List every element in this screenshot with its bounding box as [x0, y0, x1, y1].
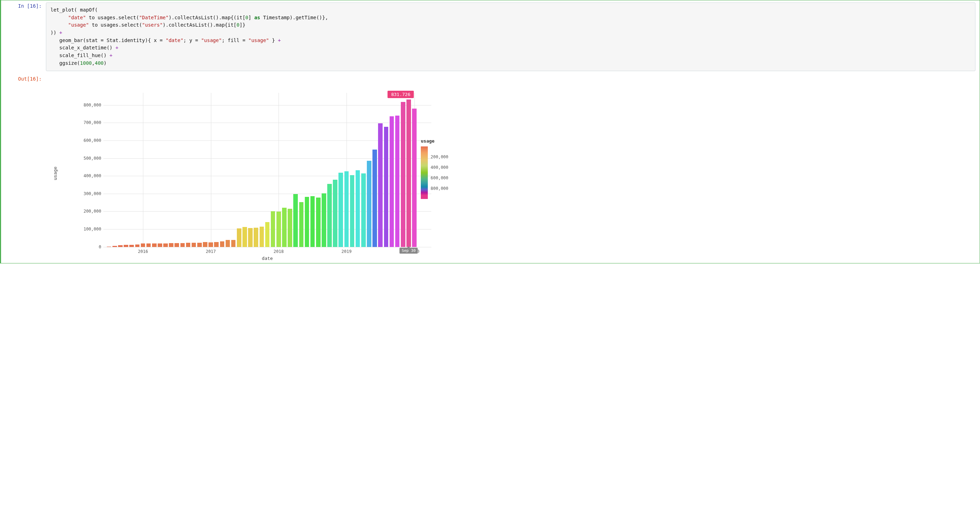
bar[interactable] [242, 227, 247, 247]
legend-tick: 800,000 [431, 186, 449, 191]
bar[interactable] [344, 171, 349, 247]
bar[interactable] [113, 246, 117, 247]
notebook-cell: In [16]: let_plot( mapOf( "date" to usag… [0, 0, 980, 263]
y-tick-label: 100,000 [83, 227, 103, 232]
x-tick-label: 2019 [341, 247, 352, 254]
legend-tick: 400,000 [431, 165, 449, 170]
y-tick-label: 400,000 [83, 173, 103, 178]
bar[interactable] [135, 245, 140, 247]
bar[interactable] [327, 184, 332, 247]
y-tick-label: 600,000 [83, 138, 103, 143]
bar[interactable] [158, 244, 162, 247]
bar[interactable] [356, 170, 360, 247]
x-axis-label: date [262, 256, 273, 261]
bar[interactable] [152, 244, 157, 247]
date-tooltip: Sep 30 [400, 248, 418, 254]
input-row: In [16]: let_plot( mapOf( "date" to usag… [3, 0, 980, 73]
bar[interactable] [288, 209, 292, 247]
bar[interactable] [361, 173, 366, 247]
bar[interactable] [208, 242, 213, 247]
bar[interactable] [231, 240, 236, 247]
bar[interactable] [186, 243, 191, 247]
bar[interactable] [282, 208, 286, 247]
gridline [103, 105, 431, 105]
bar[interactable] [197, 243, 202, 247]
bar[interactable] [203, 242, 207, 247]
bar[interactable] [248, 228, 253, 247]
y-tick-label: 300,000 [83, 191, 103, 196]
legend-title: usage [421, 138, 470, 143]
bar[interactable] [220, 241, 224, 247]
y-axis-label: usage [52, 166, 58, 180]
bar[interactable] [146, 244, 151, 247]
bar[interactable] [384, 127, 388, 247]
output-row: Out[16]: usage 0100,000200,000300,000400… [3, 73, 980, 263]
bar[interactable] [141, 244, 145, 247]
bar[interactable] [401, 102, 406, 247]
bar[interactable] [333, 180, 337, 247]
y-tick-label: 800,000 [83, 103, 103, 108]
bar[interactable] [299, 202, 304, 247]
value-tooltip: 831.726 [388, 91, 414, 98]
chart[interactable]: usage 0100,000200,000300,000400,000500,0… [53, 86, 438, 261]
bar[interactable] [192, 243, 196, 247]
plot-area: 0100,000200,000300,000400,000500,000600,… [91, 93, 442, 247]
bar[interactable] [169, 243, 173, 247]
gridline [103, 247, 431, 247]
legend-tick: 200,000 [431, 154, 449, 159]
bar[interactable] [372, 150, 377, 247]
bar[interactable] [118, 245, 123, 247]
bar[interactable] [293, 194, 298, 247]
bar[interactable] [129, 245, 134, 247]
bar[interactable] [321, 193, 326, 247]
bar[interactable] [180, 243, 185, 247]
y-tick-label: 200,000 [83, 209, 103, 214]
y-tick-label: 500,000 [83, 156, 103, 161]
bar[interactable] [163, 244, 168, 247]
vgridline [143, 93, 143, 247]
bar[interactable] [254, 228, 258, 247]
legend: usage 200,000400,000600,000800,000 [421, 138, 470, 199]
bar[interactable] [412, 108, 417, 247]
bar[interactable] [390, 116, 394, 247]
output-area: usage 0100,000200,000300,000400,000500,0… [46, 75, 975, 261]
bar[interactable] [107, 247, 111, 247]
bar[interactable] [350, 175, 355, 247]
bar[interactable] [175, 243, 179, 247]
x-tick-label: 2018 [274, 247, 284, 254]
bar[interactable] [339, 173, 343, 247]
y-tick-label: 0 [99, 245, 103, 250]
bar[interactable] [406, 99, 411, 247]
bar[interactable] [277, 212, 281, 247]
bar[interactable] [271, 211, 275, 247]
bar[interactable] [367, 161, 371, 247]
bar[interactable] [378, 123, 383, 247]
bar[interactable] [259, 227, 264, 247]
bar[interactable] [124, 245, 128, 247]
bar[interactable] [214, 242, 219, 247]
bar[interactable] [265, 222, 270, 247]
vgridline [211, 93, 211, 247]
in-prompt: In [16]: [7, 2, 46, 10]
bar[interactable] [395, 116, 400, 247]
plot-inner: 0100,000200,000300,000400,000500,000600,… [103, 93, 431, 247]
bar[interactable] [316, 197, 321, 247]
out-prompt: Out[16]: [7, 75, 46, 83]
y-tick-label: 700,000 [83, 120, 103, 125]
x-tick-label: 2017 [206, 247, 216, 254]
x-tick-label: 2016 [138, 247, 148, 254]
code-input[interactable]: let_plot( mapOf( "date" to usages.select… [46, 2, 975, 71]
bar[interactable] [305, 197, 309, 247]
bar[interactable] [237, 228, 242, 247]
legend-tick: 600,000 [431, 175, 449, 180]
legend-colorbar [421, 146, 428, 199]
bar[interactable] [226, 240, 230, 247]
bar[interactable] [310, 196, 315, 247]
